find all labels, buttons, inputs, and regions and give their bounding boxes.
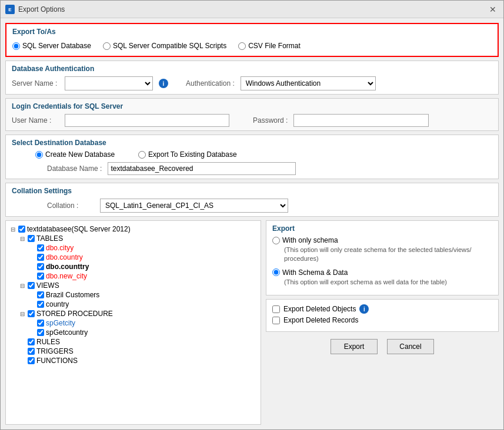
tree-views-country: country (9, 300, 257, 309)
server-info-icon[interactable]: i (159, 79, 168, 88)
tree-counttry: dbo.counttry (9, 262, 257, 271)
tree-country: dbo.country (9, 253, 257, 262)
tree-views-checkbox[interactable] (28, 282, 35, 289)
export-sql-db-option[interactable]: SQL Server Database (12, 42, 91, 50)
export-to-title: Export To/As (12, 28, 492, 36)
collation-label: Collation : (47, 201, 94, 210)
db-auth-title: Database Authentication (12, 65, 492, 73)
tree-cityy-checkbox[interactable] (37, 244, 44, 251)
tree-panel: ⊟ textdatabasee(SQL Server 2012) ⊟ TABLE… (5, 220, 261, 425)
main-window: E Export Options ✕ Export To/As SQL Serv… (0, 0, 504, 430)
password-input[interactable] (293, 114, 429, 127)
collation-select[interactable]: SQL_Latin1_General_CP1_CI_AS Latin1_Gene… (100, 199, 288, 213)
tree-new-city-checkbox[interactable] (37, 273, 44, 280)
export-csv-option[interactable]: CSV File Format (238, 42, 301, 50)
tree-spgetcountry: spGetcountry (9, 328, 257, 337)
tree-rules-checkbox[interactable] (28, 338, 35, 345)
server-name-select[interactable] (65, 76, 153, 90)
deleted-objects-info-icon[interactable]: i (359, 304, 369, 314)
tree-views-toggle[interactable]: ⊟ (19, 282, 26, 289)
schema-only-label: With only schema (282, 236, 338, 244)
tree-views-country-checkbox[interactable] (37, 301, 44, 308)
export-sql-db-radio[interactable] (12, 42, 20, 50)
tree-new-city: dbo.new_city (9, 271, 257, 281)
tree-views-label: VIEWS (36, 281, 59, 290)
schema-data-option[interactable]: With Schema & Data (272, 268, 492, 277)
export-panel: Export With only schema (This option wil… (266, 220, 499, 425)
export-sql-scripts-radio[interactable] (103, 42, 111, 50)
auth-label: Authentication : (186, 79, 235, 88)
export-deleted-objects-label: Export Deleted Objects (283, 305, 356, 313)
tree-cityy: dbo.cityy (9, 243, 257, 253)
tree-rules-label: RULES (36, 338, 60, 346)
password-label: Password : (253, 116, 288, 125)
button-row: Export Cancel (266, 335, 499, 358)
schema-data-desc: (This option will export schema as well … (272, 278, 492, 287)
tree-country-label: dbo.country (46, 253, 83, 261)
tree-brazil-customers: Brazil Customers (9, 290, 257, 300)
export-button[interactable]: Export (331, 339, 378, 354)
schema-only-desc: (This option will only create schema for… (272, 246, 492, 264)
tree-functions: FUNCTIONS (9, 356, 257, 365)
schema-only-option[interactable]: With only schema (272, 236, 492, 244)
db-name-input[interactable] (108, 162, 296, 175)
export-deleted-objects-checkbox[interactable] (272, 305, 280, 313)
tree-spgetcountry-checkbox[interactable] (37, 329, 44, 336)
tree-triggers-checkbox[interactable] (28, 348, 35, 355)
tree-sp-toggle[interactable]: ⊟ (19, 310, 26, 317)
db-auth-section: Database Authentication Server Name : i … (5, 61, 499, 95)
collation-section: Collation Settings Collation : SQL_Latin… (5, 183, 499, 217)
content-area: Export To/As SQL Server Database SQL Ser… (1, 18, 503, 429)
tree-root-toggle[interactable]: ⊟ (9, 226, 16, 233)
create-new-db-option[interactable]: Create New Database (35, 150, 115, 159)
export-options-section: Export With only schema (This option wil… (266, 220, 499, 295)
export-deleted-objects-item: Export Deleted Objects i (272, 304, 492, 314)
tree-root-checkbox[interactable] (18, 226, 25, 233)
create-new-db-radio[interactable] (35, 151, 43, 159)
tree-spgetcity: spGetcity (9, 318, 257, 328)
app-icon: E (5, 5, 15, 14)
cancel-button[interactable]: Cancel (387, 339, 434, 354)
tree-counttry-checkbox[interactable] (37, 263, 44, 270)
tree-functions-checkbox[interactable] (28, 357, 35, 364)
export-csv-radio[interactable] (238, 42, 246, 50)
tree-triggers: TRIGGERS (9, 347, 257, 356)
bottom-area: ⊟ textdatabasee(SQL Server 2012) ⊟ TABLE… (5, 220, 499, 425)
schema-only-radio[interactable] (272, 237, 280, 244)
tree-brazil-customers-checkbox[interactable] (37, 291, 44, 298)
collation-title: Collation Settings (12, 187, 492, 195)
tree-views-country-label: country (46, 300, 69, 308)
export-to-radio-group: SQL Server Database SQL Server Compatibl… (12, 39, 492, 52)
export-to-section: Export To/As SQL Server Database SQL Ser… (5, 23, 499, 57)
export-existing-db-radio[interactable] (138, 151, 146, 159)
login-credentials-title: Login Credentials for SQL Server (12, 102, 492, 110)
db-auth-row: Server Name : i Authentication : Windows… (12, 76, 492, 90)
export-existing-db-label: Export To Existing Database (148, 150, 237, 159)
export-sql-db-label: SQL Server Database (22, 42, 91, 50)
tree-spgetcity-label: spGetcity (46, 319, 75, 327)
tree-cityy-label: dbo.cityy (46, 244, 74, 252)
close-button[interactable]: ✕ (487, 4, 499, 15)
tree-spgetcity-checkbox[interactable] (37, 320, 44, 327)
tree-counttry-label: dbo.counttry (46, 263, 89, 271)
checkbox-section: Export Deleted Objects i Export Deleted … (266, 299, 499, 332)
export-deleted-records-checkbox[interactable] (272, 317, 280, 324)
select-destination-title: Select Destination Database (12, 139, 492, 147)
tree-country-checkbox[interactable] (37, 254, 44, 261)
tree-new-city-label: dbo.new_city (46, 272, 87, 280)
username-label: User Name : (12, 116, 59, 125)
export-sql-scripts-option[interactable]: SQL Server Compatible SQL Scripts (103, 42, 226, 50)
tree-sp-checkbox[interactable] (28, 310, 35, 317)
create-new-db-label: Create New Database (45, 150, 115, 159)
username-input[interactable] (65, 114, 229, 127)
select-destination-section: Select Destination Database Create New D… (5, 135, 499, 179)
title-bar: E Export Options ✕ (1, 1, 503, 18)
tree-rules: RULES (9, 337, 257, 347)
db-name-label: Database Name : (47, 164, 102, 173)
schema-data-radio[interactable] (272, 268, 280, 276)
tree-tables-checkbox[interactable] (28, 235, 35, 242)
tree-tables-toggle[interactable]: ⊟ (19, 235, 26, 242)
tree-triggers-label: TRIGGERS (36, 347, 74, 355)
export-existing-db-option[interactable]: Export To Existing Database (138, 150, 237, 159)
auth-select[interactable]: Windows Authentication SQL Server Authen… (241, 76, 376, 90)
